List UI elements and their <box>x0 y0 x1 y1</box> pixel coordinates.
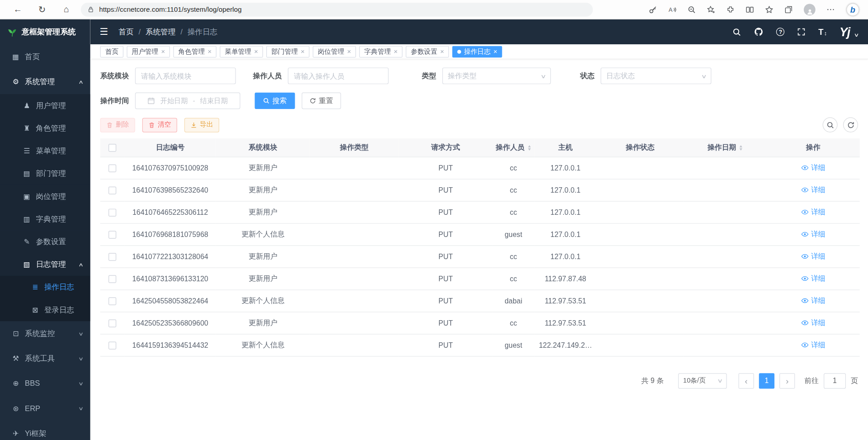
clear-button[interactable]: 清空 <box>142 118 177 132</box>
tab[interactable]: 菜单管理 × <box>220 46 263 57</box>
sidebar-item[interactable]: ⊠ 登录日志 <box>0 298 90 321</box>
sidebar-item[interactable]: ▤ 部门管理 <box>0 162 90 185</box>
reset-button[interactable]: 重置 <box>302 92 341 109</box>
tab[interactable]: 字典管理 × <box>359 46 403 57</box>
favorites-icon[interactable] <box>765 5 773 14</box>
read-aloud-icon[interactable]: A <box>668 5 676 14</box>
extensions-icon[interactable] <box>726 5 735 14</box>
sidebar-item[interactable]: ☰ 菜单管理 <box>0 140 90 162</box>
refresh-table-button[interactable] <box>843 118 858 132</box>
sidebar-item[interactable]: ✈ Yi框架 <box>0 421 90 440</box>
collections-icon[interactable] <box>784 5 793 14</box>
close-tab-icon[interactable]: × <box>208 48 212 55</box>
sidebar-item[interactable]: ⊛ ERP ∨ <box>0 396 90 421</box>
collapse-menu-icon[interactable]: ☰ <box>99 26 108 38</box>
sidebar-item[interactable]: ⊕ BBS ∨ <box>0 371 90 396</box>
profile-avatar[interactable] <box>804 4 816 15</box>
close-tab-icon[interactable]: × <box>254 48 258 55</box>
sort-icons[interactable]: ▲▼ <box>527 144 531 151</box>
tab[interactable]: 参数设置 × <box>406 46 449 57</box>
close-tab-icon[interactable]: × <box>440 48 444 55</box>
add-favorite-icon[interactable] <box>707 5 715 14</box>
row-checkbox[interactable] <box>108 319 116 327</box>
goto-page-input[interactable]: 1 <box>824 373 846 388</box>
row-checkbox[interactable] <box>108 253 116 260</box>
help-icon[interactable]: ? <box>776 28 784 36</box>
tab[interactable]: 操作日志 × <box>453 46 502 57</box>
select-all-checkbox[interactable] <box>108 144 116 151</box>
close-tab-icon[interactable]: × <box>493 48 497 55</box>
close-tab-icon[interactable]: × <box>161 48 165 55</box>
close-tab-icon[interactable]: × <box>394 48 398 55</box>
row-checkbox[interactable] <box>108 297 116 305</box>
sidebar-item[interactable]: ▥ 字典管理 <box>0 208 90 230</box>
operation-log-table: 日志编号 系统模块 操作类型 请求方式 操作人员▲▼ 主机 操作状态 操作日期▲… <box>100 138 860 356</box>
detail-link[interactable]: 详细 <box>801 229 826 239</box>
chevron-down-icon[interactable]: ∨ <box>854 32 859 37</box>
page-size-select[interactable]: 10条/页 ∨ <box>678 373 727 388</box>
row-checkbox[interactable] <box>108 231 116 238</box>
tab[interactable]: 用户管理 × <box>127 46 170 57</box>
row-checkbox[interactable] <box>108 341 116 349</box>
date-range-input[interactable]: 开始日期 - 结束日期 <box>135 92 241 109</box>
tab[interactable]: 角色管理 × <box>173 46 217 57</box>
search-button[interactable]: 搜索 <box>255 92 295 109</box>
split-screen-icon[interactable] <box>745 5 754 14</box>
github-icon[interactable] <box>754 27 764 37</box>
detail-link[interactable]: 详细 <box>801 162 826 172</box>
sidebar-item[interactable]: ⊡ 系统监控 ∨ <box>0 321 90 346</box>
yj-logo[interactable]: Yj <box>840 24 850 39</box>
row-checkbox[interactable] <box>108 275 116 283</box>
breadcrumb-item[interactable]: 首页 <box>118 27 146 37</box>
reload-icon[interactable]: ↻ <box>30 4 54 14</box>
detail-link[interactable]: 详细 <box>801 251 826 261</box>
zoom-out-icon[interactable] <box>688 5 696 14</box>
sidebar-item[interactable]: ✎ 参数设置 <box>0 230 90 253</box>
breadcrumb-item[interactable]: 操作日志 <box>188 27 217 37</box>
close-tab-icon[interactable]: × <box>301 48 305 55</box>
sidebar-item[interactable]: ▧ 日志管理 ∧ <box>0 253 90 276</box>
detail-link[interactable]: 详细 <box>801 340 826 350</box>
breadcrumb-item[interactable]: 系统管理 <box>146 27 188 37</box>
sidebar-item[interactable]: ♜ 角色管理 <box>0 117 90 139</box>
sidebar-item[interactable]: ⚒ 系统工具 ∨ <box>0 346 90 371</box>
status-select[interactable]: 日志状态 ∨ <box>601 67 712 84</box>
sidebar-item[interactable]: ▦ 首页 <box>0 44 90 69</box>
export-button[interactable]: 导出 <box>184 118 219 132</box>
sort-icons[interactable]: ▲▼ <box>739 144 743 151</box>
bing-icon[interactable]: b <box>846 3 859 16</box>
prev-page-button[interactable]: ‹ <box>738 373 754 388</box>
detail-link[interactable]: 详细 <box>801 317 826 327</box>
more-options-icon[interactable]: ⋯ <box>826 5 835 14</box>
browser-home-icon[interactable]: ⌂ <box>54 5 79 14</box>
sidebar-item[interactable]: ⚙ 系统管理 ∧ <box>0 69 90 94</box>
type-select[interactable]: 操作类型 ∨ <box>442 67 551 84</box>
sidebar-item[interactable]: ≣ 操作日志 <box>0 276 90 298</box>
host-cell: 127.0.0.1 <box>534 223 597 245</box>
password-key-icon[interactable] <box>649 5 657 14</box>
delete-button[interactable]: 删除 <box>100 118 135 132</box>
tab[interactable]: 首页 <box>100 46 123 57</box>
tab[interactable]: 部门管理 × <box>266 46 310 57</box>
back-icon[interactable]: ← <box>5 5 30 14</box>
current-page-button[interactable]: 1 <box>759 373 774 388</box>
sidebar-item[interactable]: ▣ 岗位管理 <box>0 185 90 208</box>
toggle-search-button[interactable] <box>823 118 838 132</box>
row-checkbox[interactable] <box>108 186 116 194</box>
fullscreen-icon[interactable] <box>797 28 806 36</box>
sidebar-item[interactable]: ♟ 用户管理 <box>0 94 90 117</box>
address-bar[interactable]: https://ccnetcore.com:1101/system/log/op… <box>81 3 593 17</box>
row-checkbox[interactable] <box>108 208 116 216</box>
row-checkbox[interactable] <box>108 164 116 172</box>
detail-link[interactable]: 详细 <box>801 295 826 305</box>
tab[interactable]: 岗位管理 × <box>313 46 356 57</box>
close-tab-icon[interactable]: × <box>347 48 351 55</box>
search-icon[interactable] <box>733 28 742 37</box>
operator-input[interactable] <box>288 67 389 84</box>
detail-link[interactable]: 详细 <box>801 185 826 194</box>
next-page-button[interactable]: › <box>779 373 795 388</box>
font-size-icon[interactable]: T↕ <box>818 27 827 37</box>
detail-link[interactable]: 详细 <box>801 273 826 283</box>
module-input[interactable] <box>135 67 236 84</box>
detail-link[interactable]: 详细 <box>801 207 826 217</box>
